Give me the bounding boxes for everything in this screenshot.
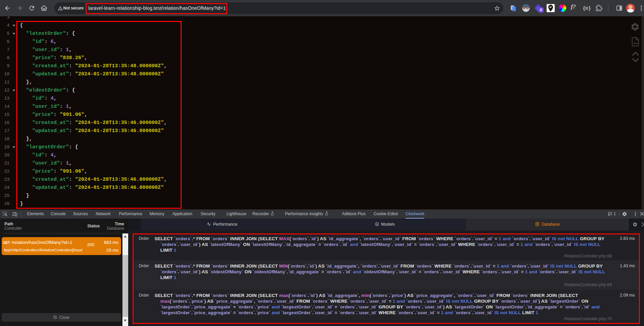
svg-text:RAW: RAW <box>633 42 638 45</box>
svg-text:IP: IP <box>549 6 552 9</box>
